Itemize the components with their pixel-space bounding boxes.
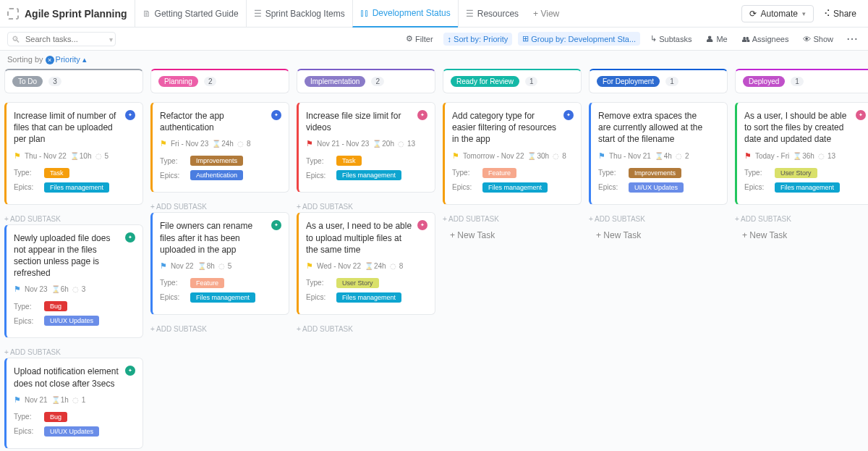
add-subtask-button[interactable]: + ADD SUBTASK (4, 211, 143, 224)
more-menu-button[interactable]: ⋯ (843, 32, 861, 46)
epic-pill[interactable]: Files management (775, 182, 840, 193)
add-subtask-button[interactable]: + ADD SUBTASK (297, 198, 435, 212)
epics-label: Epics: (14, 317, 44, 325)
flag-icon[interactable]: ⚑ (306, 261, 313, 271)
type-label: Type: (160, 279, 190, 287)
epic-pill[interactable]: Files management (482, 182, 548, 193)
type-pill[interactable]: User Story (336, 278, 379, 288)
tab-sprint-backlog[interactable]: ☰ Sprint Backlog Items (246, 0, 352, 28)
share-button[interactable]: ⠪ Share (820, 6, 861, 22)
flag-icon[interactable]: ⚑ (306, 139, 313, 148)
me-button[interactable]: 👤︎Me (702, 33, 731, 46)
task-card[interactable]: Upload notification element does not clo… (4, 358, 143, 448)
epic-pill[interactable]: Files management (336, 292, 401, 303)
epic-pill[interactable]: UI/UX Updates (44, 426, 99, 437)
type-pill[interactable]: Improvements (190, 156, 243, 166)
card-meta: ⚑Tomorrow - Nov 22⌛30h◌8 (452, 151, 574, 161)
clear-sort-button[interactable]: × (46, 56, 54, 64)
epic-pill[interactable]: UI/UX Updates (44, 316, 99, 326)
task-card[interactable]: Add category type for easier filtering o… (443, 102, 582, 205)
tab-resources[interactable]: ☰ Resources (458, 0, 526, 28)
type-pill[interactable]: Feature (190, 278, 224, 288)
type-label: Type: (744, 169, 775, 177)
card-date: Nov 21 - Nov 23 (317, 140, 369, 148)
epic-pill[interactable]: Files management (44, 182, 109, 193)
task-card[interactable]: Increase limit of number of files that c… (4, 102, 143, 205)
count-icon: ◌ (818, 152, 824, 160)
avatar[interactable]: ✦ (271, 110, 281, 120)
chevron-down-icon[interactable]: ▾ (109, 35, 113, 43)
card-estimate: 4h (664, 152, 672, 160)
task-card[interactable]: Increase file size limit for videos✦⚑Nov… (297, 102, 435, 193)
flag-icon[interactable]: ⚑ (14, 284, 21, 294)
new-task-button[interactable]: + New Task (589, 224, 728, 246)
type-pill[interactable]: Bug (44, 301, 67, 311)
column-header[interactable]: Implementation2 (297, 69, 435, 93)
flag-icon[interactable]: ⚑ (452, 151, 459, 161)
share-label: Share (833, 9, 856, 19)
avatar[interactable]: ✦ (563, 110, 574, 120)
add-subtask-button[interactable]: + ADD SUBTASK (4, 344, 143, 358)
card-title: Increase limit of number of files that c… (14, 110, 135, 146)
people-icon: 👥︎ (742, 35, 750, 43)
avatar[interactable]: ✦ (856, 110, 866, 120)
task-card[interactable]: As a user, I should be able to sort the … (735, 102, 868, 205)
avatar[interactable]: ✦ (125, 232, 135, 243)
tab-label: Development Status (373, 8, 451, 18)
epics-label: Epics: (160, 172, 190, 180)
add-subtask-button[interactable]: + ADD SUBTASK (443, 211, 582, 224)
card-title: As a user, I should be able to sort the … (744, 110, 866, 146)
add-subtask-button[interactable]: + ADD SUBTASK (150, 321, 289, 334)
add-subtask-button[interactable]: + ADD SUBTASK (150, 198, 289, 212)
show-button[interactable]: 👁︎Show (799, 33, 838, 46)
flag-icon[interactable]: ⚑ (598, 151, 605, 161)
card-title: As a user, I need to be able to upload m… (306, 220, 427, 256)
add-subtask-button[interactable]: + ADD SUBTASK (735, 211, 868, 224)
search-input[interactable] (7, 32, 116, 46)
sort-button[interactable]: ↕Sort by: Priority (443, 33, 513, 46)
column-header[interactable]: To Do3 (4, 69, 143, 93)
column-header[interactable]: Ready for Review1 (443, 69, 582, 93)
epic-pill[interactable]: Files management (190, 292, 255, 303)
epic-pill[interactable]: Files management (336, 170, 401, 180)
avatar[interactable]: ✦ (417, 110, 427, 120)
sorting-value[interactable]: Priority ▴ (56, 55, 87, 64)
add-subtask-button[interactable]: + ADD SUBTASK (589, 211, 728, 224)
flag-icon[interactable]: ⚑ (14, 151, 21, 161)
type-pill[interactable]: Task (44, 168, 69, 178)
subtasks-button[interactable]: ↳Subtasks (646, 32, 696, 46)
column-header[interactable]: For Deployment1 (589, 69, 728, 93)
flag-icon[interactable]: ⚑ (14, 395, 21, 405)
card-estimate: 24h (374, 262, 386, 270)
column-header[interactable]: Deployed1 (735, 69, 868, 93)
add-view-button[interactable]: + View (526, 0, 566, 28)
flag-icon[interactable]: ⚑ (160, 261, 167, 271)
new-task-button[interactable]: + New Task (735, 224, 868, 246)
flag-icon[interactable]: ⚑ (744, 151, 752, 161)
card-estimate: 1h (61, 396, 69, 404)
tab-getting-started[interactable]: 🗎 Getting Started Guide (135, 0, 246, 28)
type-pill[interactable]: Feature (482, 168, 516, 178)
column-header[interactable]: Planning2 (150, 69, 289, 93)
automate-button[interactable]: ⟳ Automate ▾ (741, 5, 814, 22)
add-subtask-button[interactable]: + ADD SUBTASK (297, 321, 435, 334)
filter-button[interactable]: ⚙Filter (401, 32, 437, 46)
type-pill[interactable]: Task (336, 156, 362, 166)
flag-icon[interactable]: ⚑ (160, 139, 167, 148)
group-button[interactable]: ⊞Group by: Development Sta... (518, 32, 640, 46)
tab-development-status[interactable]: ⫿⫿ Development Status (352, 0, 458, 28)
task-card[interactable]: Remove extra spaces the are currently al… (589, 102, 728, 205)
avatar[interactable]: ✦ (125, 110, 135, 120)
task-card[interactable]: File owners can rename files after it ha… (150, 212, 289, 315)
epic-pill[interactable]: UI/UX Updates (629, 182, 684, 193)
task-card[interactable]: As a user, I need to be able to upload m… (297, 212, 435, 315)
task-card[interactable]: Newly uploaded file does not appear in t… (4, 224, 143, 339)
task-card[interactable]: Refactor the app authentication✦⚑Fri - N… (150, 102, 289, 193)
new-task-button[interactable]: + New Task (443, 224, 582, 246)
type-pill[interactable]: User Story (775, 168, 817, 178)
epics-label: Epics: (598, 183, 629, 191)
type-pill[interactable]: Bug (44, 412, 67, 422)
epic-pill[interactable]: Authentication (190, 170, 243, 180)
assignees-button[interactable]: 👥︎Assignees (738, 33, 793, 46)
type-pill[interactable]: Improvements (629, 168, 681, 178)
